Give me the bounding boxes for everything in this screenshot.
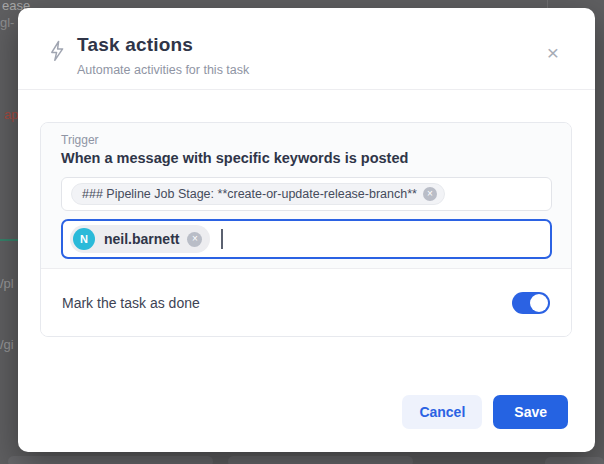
keyword-chip-text: ### Pipeline Job Stage: **create-or-upda… — [82, 187, 417, 201]
task-actions-modal: Task actions Automate activities for thi… — [18, 8, 595, 452]
assignee-input[interactable]: N neil.barnett × — [61, 219, 552, 259]
background-shape — [545, 457, 604, 464]
trigger-panel: Trigger When a message with specific key… — [40, 122, 572, 337]
assignee-chip: N neil.barnett × — [70, 225, 210, 253]
background-text-fragment: ap — [4, 107, 18, 122]
background-text-fragment: gl- — [0, 15, 14, 30]
modal-header: Task actions Automate activities for thi… — [18, 8, 595, 90]
background-text-fragment: /pl — [0, 276, 14, 291]
cancel-button[interactable]: Cancel — [402, 395, 482, 429]
mark-done-label: Mark the task as done — [62, 295, 200, 311]
background-divider — [0, 239, 18, 241]
header-text: Task actions Automate activities for thi… — [77, 34, 249, 77]
remove-keyword-icon[interactable]: × — [423, 187, 437, 201]
trigger-heading: When a message with specific keywords is… — [61, 150, 552, 166]
background-divider — [547, 0, 548, 8]
lightning-bolt-icon — [48, 40, 66, 66]
modal-subtitle: Automate activities for this task — [77, 63, 249, 77]
save-button[interactable]: Save — [493, 395, 568, 429]
toggle-knob — [530, 294, 548, 312]
text-cursor — [221, 229, 223, 249]
trigger-section: Trigger When a message with specific key… — [41, 123, 571, 268]
keyword-input[interactable]: ### Pipeline Job Stage: **create-or-upda… — [61, 177, 552, 211]
remove-assignee-icon[interactable]: × — [187, 232, 202, 247]
keyword-chip: ### Pipeline Job Stage: **create-or-upda… — [71, 183, 445, 205]
trigger-label: Trigger — [61, 133, 552, 147]
background-shape — [228, 456, 413, 464]
mark-done-row: Mark the task as done — [41, 268, 571, 336]
avatar: N — [73, 228, 95, 250]
modal-footer: Cancel Save — [18, 395, 595, 452]
screen: ease gl- ap /pl /gi Task actions Automat… — [0, 0, 604, 464]
modal-title: Task actions — [77, 34, 249, 56]
assignee-name: neil.barnett — [104, 231, 179, 247]
mark-done-toggle[interactable] — [512, 292, 550, 314]
modal-body: Trigger When a message with specific key… — [18, 90, 595, 337]
background-text-fragment: /gi — [0, 337, 14, 352]
close-icon[interactable]: × — [541, 40, 565, 64]
background-shape — [8, 456, 213, 464]
